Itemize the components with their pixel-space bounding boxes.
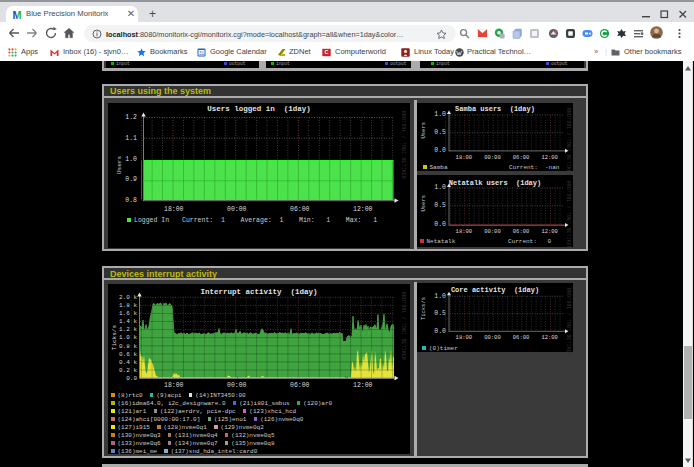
svg-text:C: C <box>325 49 329 55</box>
svg-text:31: 31 <box>199 51 205 56</box>
